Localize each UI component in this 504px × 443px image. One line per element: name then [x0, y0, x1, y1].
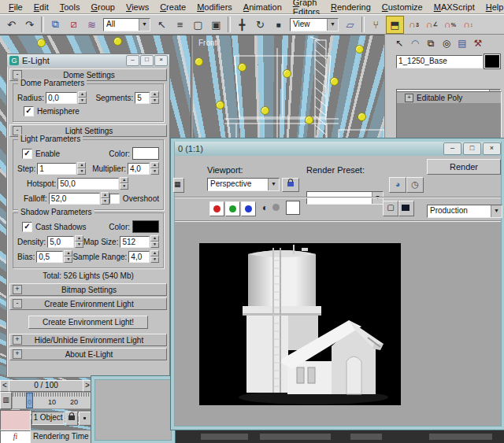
tab-modify-icon[interactable]: ◠: [407, 36, 423, 50]
expand-icon[interactable]: +: [13, 285, 22, 294]
key-mode-icon[interactable]: ▥: [0, 392, 12, 409]
rollout-about-elight[interactable]: + About E-Light: [9, 348, 167, 360]
minimize-icon[interactable]: –: [443, 142, 461, 155]
select-scale-icon[interactable]: ■: [270, 17, 287, 33]
maxscript-mini-listener[interactable]: fi: [0, 430, 31, 443]
spin-up-icon[interactable]: ▲: [150, 162, 159, 168]
menu-views[interactable]: Views: [120, 2, 154, 13]
select-manipulate-icon[interactable]: ⑂: [368, 17, 384, 33]
menu-help[interactable]: Help: [480, 2, 504, 13]
spin-up-icon[interactable]: ▲: [77, 162, 86, 168]
hotspot-field[interactable]: 50,0: [57, 178, 119, 190]
environment-icon[interactable]: ◷: [406, 177, 424, 193]
rollout-bitmap-settings[interactable]: + Bitmap Settings: [9, 283, 167, 296]
expand-icon[interactable]: +: [13, 335, 22, 345]
spin-up-icon[interactable]: ▲: [75, 235, 83, 242]
falloff-spinner[interactable]: ▲▼: [101, 192, 109, 205]
spin-down-icon[interactable]: ▼: [150, 98, 159, 104]
light-marker-icon[interactable]: [261, 106, 269, 115]
hotspot-spinner[interactable]: ▲▼: [120, 177, 128, 190]
selection-lock-icon[interactable]: [65, 412, 78, 426]
object-name-field[interactable]: 1_1250_Base: [396, 55, 483, 68]
light-marker-icon[interactable]: [216, 101, 224, 109]
spin-down-icon[interactable]: ▼: [64, 257, 72, 263]
expand-icon[interactable]: +: [13, 349, 22, 359]
spin-down-icon[interactable]: ▼: [75, 242, 83, 248]
mirror-icon[interactable]: ▱: [342, 17, 358, 33]
link-icon[interactable]: ⧉: [47, 17, 64, 33]
enable-checkbox[interactable]: ✓: [22, 149, 32, 159]
sample-range-field[interactable]: 4,0: [128, 251, 150, 263]
render-window-title-bar[interactable]: 0 (1:1) – □ ×: [175, 142, 501, 156]
light-marker-icon[interactable]: [358, 113, 366, 121]
snaps-toggle-icon[interactable]: ⬒: [386, 16, 404, 34]
object-color-swatch[interactable]: [484, 54, 500, 68]
spin-down-icon[interactable]: ▼: [150, 242, 159, 248]
spinner-snap-icon[interactable]: ∩↕: [460, 17, 476, 33]
spin-up-icon[interactable]: ▲: [78, 91, 87, 98]
channel-red-button[interactable]: [209, 201, 224, 216]
maximize-icon[interactable]: □: [463, 142, 481, 155]
background-window[interactable]: [91, 375, 176, 443]
radius-field[interactable]: 0,0: [46, 92, 77, 104]
light-marker-icon[interactable]: [238, 63, 246, 72]
elight-title-bar[interactable]: G E-Light – □ ×: [7, 54, 169, 67]
render-button[interactable]: Render: [427, 159, 501, 175]
overshoot-checkbox[interactable]: [109, 194, 120, 204]
density-field[interactable]: 5,0: [47, 236, 74, 248]
chevron-down-icon[interactable]: ▼: [268, 179, 279, 190]
spin-up-icon[interactable]: ▲: [101, 192, 109, 198]
select-rotate-icon[interactable]: ↻: [252, 17, 269, 33]
clipped-toolbar-icon[interactable]: ▦: [173, 178, 184, 193]
menu-customize[interactable]: Customize: [376, 2, 428, 13]
spin-down-icon[interactable]: ▼: [78, 98, 87, 104]
selection-region-icon[interactable]: ▢: [190, 17, 206, 33]
layer-icon[interactable]: ▢: [383, 201, 398, 216]
channel-green-button[interactable]: [225, 201, 240, 216]
chevron-down-icon[interactable]: ▼: [327, 19, 338, 31]
tab-create-icon[interactable]: ↖: [391, 36, 407, 50]
menu-maxscript[interactable]: MAXScript: [428, 2, 480, 13]
select-move-icon[interactable]: ╋: [234, 17, 250, 33]
light-marker-icon[interactable]: [283, 69, 291, 78]
track-bar[interactable]: 0 10 20: [12, 392, 92, 409]
expand-icon[interactable]: +: [405, 94, 413, 102]
color-swatch-dark-icon[interactable]: [398, 201, 414, 216]
light-marker-icon[interactable]: [113, 37, 122, 46]
spin-up-icon[interactable]: ▲: [150, 250, 159, 257]
channel-blue-button[interactable]: [241, 201, 256, 216]
angle-snap-icon[interactable]: ∩∠: [424, 17, 440, 33]
spin-down-icon[interactable]: ▼: [101, 198, 109, 205]
unlink-icon[interactable]: ⧄: [65, 17, 82, 33]
multiplier-spinner[interactable]: ▲▼: [150, 162, 159, 175]
bias-spinner[interactable]: ▲▼: [64, 250, 72, 263]
step-field[interactable]: 1: [37, 163, 76, 175]
bias-field[interactable]: 0,5: [36, 251, 63, 263]
absolute-mode-icon[interactable]: [79, 412, 91, 426]
menu-create[interactable]: Create: [154, 2, 191, 13]
render-mode-dropdown[interactable]: Production ▼: [427, 205, 502, 218]
spin-up-icon[interactable]: ▲: [150, 91, 159, 98]
coord-system-dropdown[interactable]: View ▼: [290, 18, 339, 31]
spin-down-icon[interactable]: ▼: [150, 257, 159, 263]
tab-motion-icon[interactable]: ◎: [439, 36, 454, 50]
tab-display-icon[interactable]: ▤: [454, 36, 470, 50]
step-spinner[interactable]: ▲▼: [77, 162, 86, 175]
track-bar-slider[interactable]: [26, 393, 33, 408]
hemisphere-checkbox[interactable]: ✓: [24, 106, 34, 116]
close-icon[interactable]: ×: [154, 55, 168, 66]
modifier-stack-row[interactable]: + Editable Poly: [397, 92, 501, 103]
shadow-color-swatch[interactable]: [132, 220, 159, 233]
time-slider[interactable]: 0 / 100: [9, 380, 83, 392]
density-spinner[interactable]: ▲▼: [75, 235, 83, 248]
spin-up-icon[interactable]: ▲: [120, 177, 128, 183]
menu-file[interactable]: File: [3, 2, 28, 13]
spin-down-icon[interactable]: ▼: [150, 168, 159, 175]
clear-color-swatch[interactable]: [286, 201, 300, 215]
menu-rendering[interactable]: Rendering: [325, 2, 376, 13]
window-crossing-icon[interactable]: ▣: [208, 17, 224, 33]
tab-utilities-icon[interactable]: ⚒: [470, 36, 486, 50]
cast-shadows-checkbox[interactable]: ✓: [22, 222, 32, 232]
undo-icon[interactable]: ↶: [3, 17, 20, 33]
maximize-icon[interactable]: □: [140, 55, 154, 66]
